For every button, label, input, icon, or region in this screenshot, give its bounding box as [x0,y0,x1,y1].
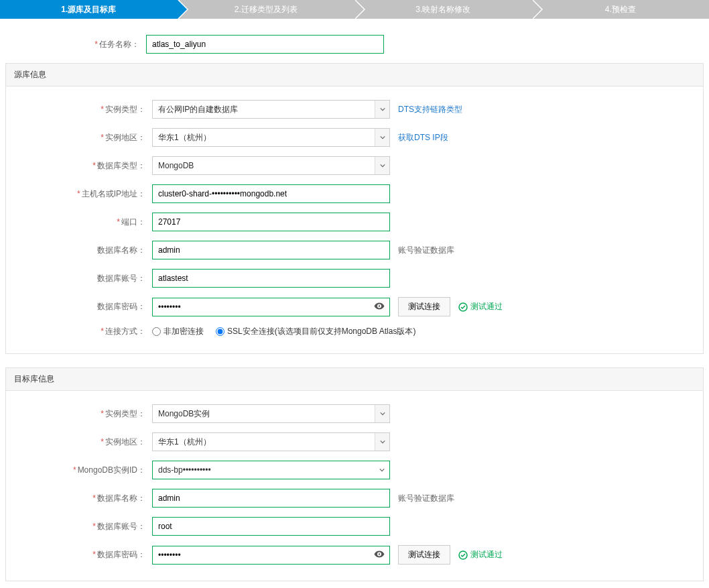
dts-link-type-link[interactable]: DTS支持链路类型 [398,104,462,115]
src-host-input[interactable] [152,184,390,203]
step-1[interactable]: 1.源库及目标库 [0,0,178,19]
wizard-steps: 1.源库及目标库 2.迁移类型及列表 3.映射名称修改 4.预检查 [0,0,709,19]
chevron-down-icon [375,101,389,118]
eye-icon[interactable] [374,550,385,560]
target-panel-title: 目标库信息 [6,368,703,391]
src-authdb-note: 账号验证数据库 [398,245,454,256]
tgt-region-select[interactable]: 华东1（杭州） [152,432,390,451]
tgt-authdb-note: 账号验证数据库 [398,493,454,504]
tgt-test-connection-button[interactable]: 测试连接 [398,545,450,565]
tgt-dbpass-label: *数据库密码： [6,549,152,561]
tgt-dbpass-input[interactable] [152,546,390,565]
src-region-label: *实例地区： [6,132,152,143]
source-panel: 源库信息 *实例类型： 有公网IP的自建数据库 DTS支持链路类型 *实例地区：… [5,63,704,354]
step-4[interactable]: 4.预检查 [532,0,710,19]
chevron-down-icon [375,405,389,422]
tgt-mongoid-value: dds-bp•••••••••• [158,465,211,475]
chevron-down-icon [375,129,389,146]
src-instance-type-value: 有公网IP的自建数据库 [158,104,238,115]
task-name-input[interactable] [146,35,384,54]
src-dbname-label: 数据库名称： [6,245,152,256]
step-3[interactable]: 3.映射名称修改 [354,0,532,19]
src-instance-type-label: *实例类型： [6,104,152,115]
source-panel-title: 源库信息 [6,64,703,86]
src-port-label: *端口： [6,217,152,228]
src-host-label: *主机名或IP地址： [6,188,152,200]
get-dts-ip-link[interactable]: 获取DTS IP段 [398,132,448,143]
tgt-mongoid-label: *MongoDB实例ID： [6,465,152,476]
tgt-test-pass-indicator: 测试通过 [458,549,503,561]
src-dbtype-value: MongoDB [158,161,194,170]
tgt-dbname-input[interactable] [152,489,390,508]
tgt-region-value: 华东1（杭州） [158,436,211,448]
tgt-instance-type-label: *实例类型： [6,408,152,420]
tgt-dbname-label: *数据库名称： [6,493,152,504]
chevron-down-icon [375,433,389,451]
src-conn-method-label: *连接方式： [6,326,152,337]
tgt-instance-type-select[interactable]: MongoDB实例 [152,404,390,423]
src-dbuser-input[interactable] [152,269,390,288]
step-2[interactable]: 2.迁移类型及列表 [178,0,355,19]
src-dbname-input[interactable] [152,241,390,259]
check-circle-icon [458,302,468,312]
check-circle-icon [458,550,468,560]
conn-plain-radio[interactable]: 非加密连接 [152,326,204,337]
target-panel: 目标库信息 *实例类型： MongoDB实例 *实例地区： 华东1（杭州） *M… [5,367,704,581]
src-region-value: 华东1（杭州） [158,132,211,143]
src-dbpass-input[interactable] [152,298,390,316]
tgt-region-label: *实例地区： [6,436,152,448]
eye-icon[interactable] [374,302,385,312]
chevron-down-icon [375,157,389,174]
tgt-dbuser-label: *数据库账号： [6,521,152,532]
tgt-mongoid-select[interactable]: dds-bp•••••••••• [152,461,390,479]
conn-ssl-radio[interactable]: SSL安全连接(该选项目前仅支持MongoDB Atlas版本) [216,326,415,337]
src-test-pass-indicator: 测试通过 [458,301,503,312]
chevron-down-icon [375,461,389,479]
src-dbpass-label: 数据库密码： [6,301,152,312]
src-dbtype-select[interactable]: MongoDB [152,156,390,175]
src-dbuser-label: 数据库账号： [6,273,152,284]
task-name-label: *任务名称： [0,39,146,50]
src-instance-type-select[interactable]: 有公网IP的自建数据库 [152,100,390,119]
src-test-connection-button[interactable]: 测试连接 [398,297,450,316]
src-dbtype-label: *数据库类型： [6,160,152,172]
src-region-select[interactable]: 华东1（杭州） [152,128,390,147]
tgt-instance-type-value: MongoDB实例 [158,408,210,420]
tgt-dbuser-input[interactable] [152,517,390,536]
src-port-input[interactable] [152,213,390,231]
